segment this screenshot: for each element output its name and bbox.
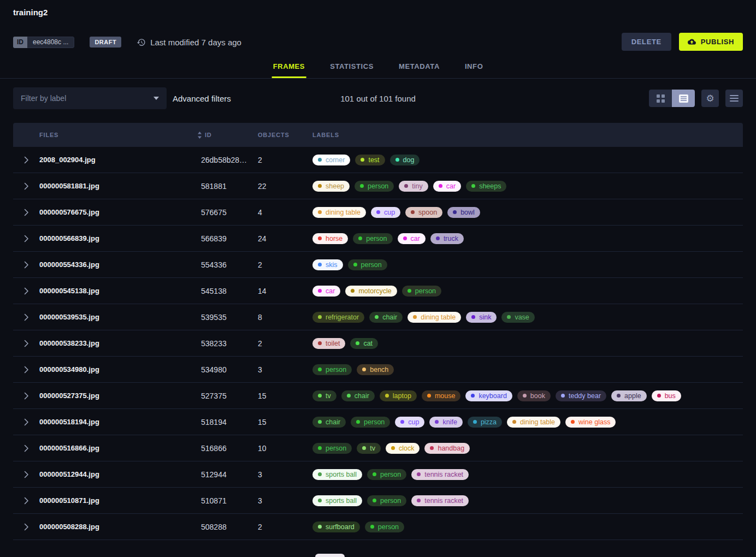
label-chip[interactable]: tennis racket — [411, 495, 469, 506]
label-chip[interactable]: refrigerator — [312, 312, 364, 323]
label-chip[interactable]: chair — [369, 312, 403, 323]
expand-row-button[interactable] — [13, 418, 39, 426]
dataset-id-badge[interactable]: ID eec4808c ... — [13, 37, 74, 48]
label-chip[interactable]: dog — [390, 155, 420, 165]
label-chip[interactable]: bowl — [447, 207, 480, 218]
label-chip[interactable]: dining table — [507, 417, 560, 428]
table-row[interactable]: 000000534980.jpg 534980 3 personbench — [13, 357, 743, 383]
label-chip[interactable]: person — [353, 233, 392, 244]
publish-button[interactable]: PUBLISH — [679, 33, 743, 51]
table-row[interactable]: 2008_002904.jpg 26db58b28… 2 cornertestd… — [13, 147, 743, 173]
expand-row-button[interactable] — [13, 313, 39, 321]
label-chip[interactable]: cat — [350, 338, 378, 349]
table-row[interactable]: 000000510871.jpg 510871 3 sports ballper… — [13, 488, 743, 514]
label-chip[interactable]: sink — [466, 312, 497, 323]
label-chip[interactable]: person — [312, 364, 352, 375]
label-chip[interactable]: laptop — [380, 390, 417, 401]
label-chip[interactable]: dining table — [407, 312, 461, 323]
column-id[interactable]: ID — [197, 131, 258, 139]
label-chip[interactable]: chair — [312, 417, 346, 428]
label-filter-select[interactable]: Filter by label — [13, 87, 167, 109]
label-chip[interactable]: person — [402, 286, 441, 297]
label-chip[interactable]: cup — [371, 207, 400, 218]
expand-row-button[interactable] — [13, 471, 39, 478]
expand-row-button[interactable] — [13, 209, 39, 216]
table-row[interactable]: 000000527375.jpg 527375 15 tvchairlaptop… — [13, 383, 743, 409]
label-chip[interactable]: pizza — [468, 417, 502, 428]
table-row[interactable]: 000000512944.jpg 512944 3 sports ballper… — [13, 461, 743, 488]
label-chip[interactable]: handbag — [424, 443, 470, 454]
label-chip[interactable]: person — [312, 443, 352, 454]
table-row[interactable]: 000000516866.jpg 516866 10 persontvclock… — [13, 435, 743, 461]
label-chip[interactable]: tennis racket — [411, 469, 469, 480]
list-view-button[interactable] — [672, 90, 695, 107]
label-chip[interactable]: book — [517, 390, 551, 401]
tab-statistics[interactable]: STATISTICS — [329, 58, 375, 78]
label-chip[interactable]: knife — [429, 417, 462, 428]
label-chip[interactable]: corner — [312, 155, 350, 165]
label-chip[interactable]: surfboard — [312, 522, 360, 532]
label-chip[interactable]: keyboard — [465, 390, 512, 401]
label-chip[interactable]: truck — [430, 233, 464, 244]
label-chip[interactable]: person — [348, 259, 387, 270]
label-chip[interactable]: test — [355, 155, 385, 165]
expand-row-button[interactable] — [13, 182, 39, 190]
table-row[interactable]: 000000576675.jpg 576675 4 dining tablecu… — [13, 199, 743, 226]
table-row[interactable]: 000000566839.jpg 566839 24 horsepersonca… — [13, 226, 743, 252]
label-chip[interactable]: person — [367, 469, 406, 480]
table-row[interactable]: 000000581881.jpg 581881 22 sheeppersonti… — [13, 173, 743, 199]
label-chip[interactable]: car — [433, 181, 461, 192]
label-chip[interactable]: vase — [501, 312, 534, 323]
expand-row-button[interactable] — [13, 366, 39, 374]
label-chip[interactable]: person — [351, 417, 390, 428]
table-row[interactable]: 000000539535.jpg 539535 8 refrigeratorch… — [13, 304, 743, 330]
delete-button[interactable]: DELETE — [622, 33, 671, 51]
label-chip[interactable]: clock — [386, 443, 420, 454]
label-chip[interactable]: person — [367, 495, 406, 506]
grid-view-button[interactable] — [649, 90, 672, 107]
label-chip[interactable]: car — [398, 233, 426, 244]
expand-row-button[interactable] — [13, 156, 39, 164]
menu-button[interactable] — [725, 90, 743, 107]
expand-row-button[interactable] — [13, 523, 39, 531]
expand-row-button[interactable] — [13, 392, 39, 400]
expand-row-button[interactable] — [13, 261, 39, 269]
column-files[interactable]: FILES — [39, 132, 201, 138]
label-chip[interactable]: dining table — [312, 207, 366, 218]
table-row[interactable]: 000000554336.jpg 554336 2 skisperson — [13, 252, 743, 278]
label-chip[interactable]: toilet — [312, 338, 345, 349]
label-chip[interactable]: teddy bear — [556, 390, 606, 401]
label-chip[interactable]: person — [355, 181, 394, 192]
label-chip[interactable]: sports ball — [312, 495, 362, 506]
label-chip[interactable]: tv — [357, 443, 381, 454]
label-chip[interactable]: chair — [341, 390, 375, 401]
expand-row-button[interactable] — [13, 340, 39, 347]
label-chip[interactable]: cup — [395, 417, 424, 428]
label-chip[interactable]: tv — [312, 390, 336, 401]
label-chip[interactable]: apple — [611, 390, 647, 401]
tab-frames[interactable]: FRAMES — [272, 58, 306, 78]
label-chip[interactable]: sheep — [312, 181, 350, 192]
tab-metadata[interactable]: METADATA — [398, 58, 441, 78]
label-chip[interactable]: sports ball — [312, 469, 362, 480]
label-chip[interactable]: sheeps — [466, 181, 506, 192]
label-chip[interactable]: motorcycle — [345, 286, 397, 297]
label-chip[interactable]: bus — [652, 390, 681, 401]
label-chip[interactable]: tiny — [399, 181, 428, 192]
expand-row-button[interactable] — [13, 497, 39, 505]
tab-info[interactable]: INFO — [464, 58, 484, 78]
settings-button[interactable]: ⚙ — [701, 90, 719, 107]
expand-row-button[interactable] — [13, 445, 39, 452]
label-chip[interactable]: horse — [312, 233, 348, 244]
table-row[interactable]: 000000518194.jpg 518194 15 chairpersoncu… — [13, 409, 743, 435]
advanced-filters-link[interactable]: Advanced filters — [173, 87, 231, 109]
label-chip[interactable]: spoon — [405, 207, 442, 218]
label-chip[interactable]: wine glass — [565, 417, 616, 428]
table-row[interactable]: 000000545138.jpg 545138 14 carmotorcycle… — [13, 278, 743, 304]
expand-row-button[interactable] — [13, 287, 39, 295]
label-chip[interactable]: mouse — [422, 390, 461, 401]
label-chip[interactable]: skis — [312, 259, 343, 270]
label-chip[interactable]: bench — [357, 364, 394, 375]
expand-row-button[interactable] — [13, 235, 39, 242]
label-chip[interactable]: car — [312, 286, 340, 297]
